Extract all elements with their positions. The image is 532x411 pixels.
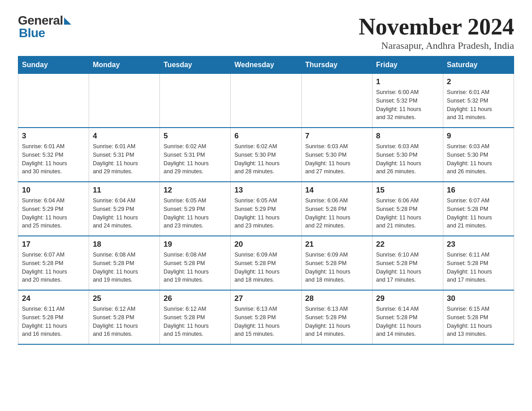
weekday-header-row: SundayMondayTuesdayWednesdayThursdayFrid…: [18, 56, 514, 74]
calendar-cell: 2Sunrise: 6:01 AM Sunset: 5:32 PM Daylig…: [443, 74, 514, 128]
day-number: 28: [305, 294, 369, 303]
calendar-week-3: 10Sunrise: 6:04 AM Sunset: 5:29 PM Dayli…: [18, 182, 514, 236]
day-info: Sunrise: 6:02 AM Sunset: 5:31 PM Dayligh…: [163, 142, 227, 176]
calendar-cell: 5Sunrise: 6:02 AM Sunset: 5:31 PM Daylig…: [160, 128, 231, 182]
weekday-header-monday: Monday: [89, 56, 160, 74]
weekday-header-saturday: Saturday: [443, 56, 514, 74]
day-number: 25: [93, 294, 156, 303]
day-number: 12: [163, 186, 227, 195]
day-info: Sunrise: 6:02 AM Sunset: 5:30 PM Dayligh…: [234, 142, 297, 176]
day-number: 2: [447, 77, 510, 86]
day-info: Sunrise: 6:04 AM Sunset: 5:29 PM Dayligh…: [22, 197, 85, 230]
calendar-cell: [231, 74, 301, 128]
month-year-title: November 2024: [359, 13, 514, 40]
weekday-header-friday: Friday: [372, 56, 443, 74]
day-number: 8: [376, 132, 439, 141]
day-number: 17: [22, 240, 85, 249]
logo: General Blue: [18, 13, 71, 40]
day-info: Sunrise: 6:07 AM Sunset: 5:28 PM Dayligh…: [22, 251, 85, 284]
calendar-cell: [18, 74, 89, 128]
day-info: Sunrise: 6:11 AM Sunset: 5:28 PM Dayligh…: [447, 251, 510, 284]
day-info: Sunrise: 6:09 AM Sunset: 5:28 PM Dayligh…: [305, 251, 369, 284]
day-info: Sunrise: 6:11 AM Sunset: 5:28 PM Dayligh…: [22, 305, 85, 338]
title-area: November 2024 Narasapur, Andhra Pradesh,…: [359, 13, 514, 51]
calendar-cell: 1Sunrise: 6:00 AM Sunset: 5:32 PM Daylig…: [372, 74, 443, 128]
calendar-cell: 23Sunrise: 6:11 AM Sunset: 5:28 PM Dayli…: [443, 236, 514, 290]
day-number: 1: [376, 77, 439, 86]
day-number: 19: [163, 240, 227, 249]
calendar-week-1: 1Sunrise: 6:00 AM Sunset: 5:32 PM Daylig…: [18, 74, 514, 128]
calendar-week-5: 24Sunrise: 6:11 AM Sunset: 5:28 PM Dayli…: [18, 290, 514, 344]
day-info: Sunrise: 6:15 AM Sunset: 5:28 PM Dayligh…: [447, 305, 510, 338]
day-number: 6: [234, 132, 297, 141]
day-info: Sunrise: 6:13 AM Sunset: 5:28 PM Dayligh…: [234, 305, 297, 338]
logo-blue-text: Blue: [18, 26, 71, 40]
day-number: 13: [234, 186, 297, 195]
day-info: Sunrise: 6:04 AM Sunset: 5:29 PM Dayligh…: [93, 197, 156, 230]
calendar-cell: 3Sunrise: 6:01 AM Sunset: 5:32 PM Daylig…: [18, 128, 89, 182]
day-number: 11: [93, 186, 156, 195]
calendar-cell: 19Sunrise: 6:08 AM Sunset: 5:28 PM Dayli…: [160, 236, 231, 290]
calendar-cell: 7Sunrise: 6:03 AM Sunset: 5:30 PM Daylig…: [301, 128, 372, 182]
day-number: 16: [447, 186, 510, 195]
day-info: Sunrise: 6:12 AM Sunset: 5:28 PM Dayligh…: [93, 305, 156, 338]
calendar-week-2: 3Sunrise: 6:01 AM Sunset: 5:32 PM Daylig…: [18, 128, 514, 182]
calendar-cell: 6Sunrise: 6:02 AM Sunset: 5:30 PM Daylig…: [231, 128, 301, 182]
calendar-cell: 16Sunrise: 6:07 AM Sunset: 5:28 PM Dayli…: [443, 182, 514, 236]
day-number: 9: [447, 132, 510, 141]
day-number: 7: [305, 132, 369, 141]
day-info: Sunrise: 6:03 AM Sunset: 5:30 PM Dayligh…: [447, 142, 510, 176]
calendar-cell: 24Sunrise: 6:11 AM Sunset: 5:28 PM Dayli…: [18, 290, 89, 344]
day-info: Sunrise: 6:06 AM Sunset: 5:28 PM Dayligh…: [305, 197, 369, 230]
day-number: 5: [163, 132, 227, 141]
weekday-header-tuesday: Tuesday: [160, 56, 231, 74]
day-info: Sunrise: 6:14 AM Sunset: 5:28 PM Dayligh…: [376, 305, 439, 338]
calendar-cell: 22Sunrise: 6:10 AM Sunset: 5:28 PM Dayli…: [372, 236, 443, 290]
day-number: 18: [93, 240, 156, 249]
calendar-cell: 20Sunrise: 6:09 AM Sunset: 5:28 PM Dayli…: [231, 236, 301, 290]
day-info: Sunrise: 6:01 AM Sunset: 5:32 PM Dayligh…: [22, 142, 85, 176]
day-info: Sunrise: 6:05 AM Sunset: 5:29 PM Dayligh…: [234, 197, 297, 230]
calendar-cell: 29Sunrise: 6:14 AM Sunset: 5:28 PM Dayli…: [372, 290, 443, 344]
calendar-cell: [89, 74, 160, 128]
day-number: 21: [305, 240, 369, 249]
calendar-cell: 27Sunrise: 6:13 AM Sunset: 5:28 PM Dayli…: [231, 290, 301, 344]
calendar-cell: 18Sunrise: 6:08 AM Sunset: 5:28 PM Dayli…: [89, 236, 160, 290]
calendar-cell: 9Sunrise: 6:03 AM Sunset: 5:30 PM Daylig…: [443, 128, 514, 182]
day-number: 27: [234, 294, 297, 303]
weekday-header-wednesday: Wednesday: [231, 56, 301, 74]
calendar-week-4: 17Sunrise: 6:07 AM Sunset: 5:28 PM Dayli…: [18, 236, 514, 290]
calendar-cell: [160, 74, 231, 128]
page-header: General Blue November 2024 Narasapur, An…: [18, 13, 514, 51]
day-info: Sunrise: 6:10 AM Sunset: 5:28 PM Dayligh…: [376, 251, 439, 284]
calendar-cell: 10Sunrise: 6:04 AM Sunset: 5:29 PM Dayli…: [18, 182, 89, 236]
day-info: Sunrise: 6:12 AM Sunset: 5:28 PM Dayligh…: [163, 305, 227, 338]
day-info: Sunrise: 6:08 AM Sunset: 5:28 PM Dayligh…: [93, 251, 156, 284]
day-number: 4: [93, 132, 156, 141]
day-info: Sunrise: 6:08 AM Sunset: 5:28 PM Dayligh…: [163, 251, 227, 284]
calendar-table: SundayMondayTuesdayWednesdayThursdayFrid…: [18, 56, 514, 345]
day-info: Sunrise: 6:03 AM Sunset: 5:30 PM Dayligh…: [376, 142, 439, 176]
day-number: 15: [376, 186, 439, 195]
day-info: Sunrise: 6:09 AM Sunset: 5:28 PM Dayligh…: [234, 251, 297, 284]
calendar-cell: 14Sunrise: 6:06 AM Sunset: 5:28 PM Dayli…: [301, 182, 372, 236]
calendar-cell: 4Sunrise: 6:01 AM Sunset: 5:31 PM Daylig…: [89, 128, 160, 182]
calendar-cell: 21Sunrise: 6:09 AM Sunset: 5:28 PM Dayli…: [301, 236, 372, 290]
day-number: 10: [22, 186, 85, 195]
day-number: 20: [234, 240, 297, 249]
calendar-cell: 12Sunrise: 6:05 AM Sunset: 5:29 PM Dayli…: [160, 182, 231, 236]
calendar-cell: [301, 74, 372, 128]
day-number: 22: [376, 240, 439, 249]
day-info: Sunrise: 6:06 AM Sunset: 5:28 PM Dayligh…: [376, 197, 439, 230]
day-number: 23: [447, 240, 510, 249]
day-info: Sunrise: 6:03 AM Sunset: 5:30 PM Dayligh…: [305, 142, 369, 176]
calendar-cell: 17Sunrise: 6:07 AM Sunset: 5:28 PM Dayli…: [18, 236, 89, 290]
weekday-header-sunday: Sunday: [18, 56, 89, 74]
day-info: Sunrise: 6:07 AM Sunset: 5:28 PM Dayligh…: [447, 197, 510, 230]
day-number: 29: [376, 294, 439, 303]
day-info: Sunrise: 6:01 AM Sunset: 5:32 PM Dayligh…: [447, 88, 510, 122]
day-info: Sunrise: 6:05 AM Sunset: 5:29 PM Dayligh…: [163, 197, 227, 230]
calendar-cell: 26Sunrise: 6:12 AM Sunset: 5:28 PM Dayli…: [160, 290, 231, 344]
calendar-cell: 25Sunrise: 6:12 AM Sunset: 5:28 PM Dayli…: [89, 290, 160, 344]
calendar-cell: 13Sunrise: 6:05 AM Sunset: 5:29 PM Dayli…: [231, 182, 301, 236]
